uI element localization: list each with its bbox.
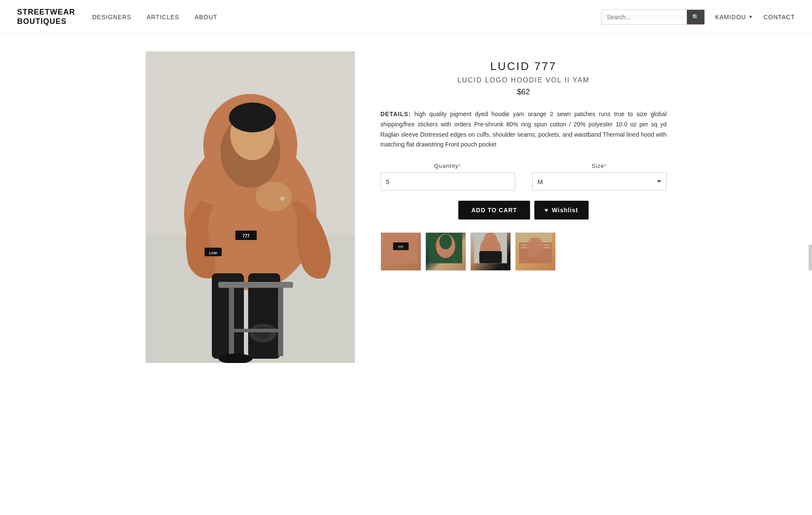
thumbnail-2[interactable] (425, 232, 466, 271)
quantity-input[interactable] (381, 173, 515, 190)
quantity-required: * (458, 163, 461, 169)
thumb-inner-1: 777 (381, 233, 421, 270)
kamidou-dropdown[interactable]: KAMIDOU ▼ (715, 14, 753, 20)
svg-point-6 (229, 102, 276, 132)
svg-point-7 (256, 181, 292, 211)
svg-rect-30 (479, 251, 502, 263)
quantity-label: Quantity* (381, 163, 515, 169)
svg-rect-17 (278, 288, 283, 356)
search-input[interactable] (601, 14, 687, 20)
details-text: high quality pigment dyed hoodie yam ora… (381, 111, 667, 148)
product-page: LCID 777 (129, 34, 684, 397)
thumb-inner-3 (471, 233, 510, 270)
site-logo[interactable]: STREETWEAR BOUTIQUES (17, 8, 75, 26)
product-actions: Add to Cart ♥ Wishlist (381, 201, 667, 219)
svg-rect-15 (218, 282, 293, 288)
svg-text:777: 777 (242, 234, 249, 238)
product-main-image: LCID 777 (146, 51, 355, 363)
size-select[interactable]: XS S M L XL XXL (532, 173, 667, 190)
thumb-svg-2 (429, 232, 462, 267)
nav-about[interactable]: ABOUT (195, 14, 217, 20)
size-label: Size* (532, 163, 667, 169)
svg-text:LCID: LCID (209, 251, 217, 255)
search-button[interactable]: 🔍 (687, 9, 704, 25)
quantity-group: Quantity* (381, 163, 515, 190)
thumbnail-3[interactable] (470, 232, 511, 271)
details-label: DETAILS: (381, 111, 411, 117)
thumb-inner-4 (516, 233, 555, 270)
product-details: DETAILS: high quality pigment dyed hoodi… (381, 109, 667, 150)
search-bar: 🔍 (601, 9, 705, 25)
thumb-svg-1: 777 (384, 232, 417, 267)
svg-rect-16 (229, 288, 234, 356)
contact-link[interactable]: CONTACT (763, 14, 795, 20)
product-options: Quantity* Size* XS S M L XL XXL (381, 163, 667, 190)
product-info: LUCID 777 LUCID LOGO HOODIE VOL II YAM $… (381, 51, 667, 363)
main-nav: DESIGNERS ARTICLES ABOUT (92, 14, 217, 20)
nav-articles[interactable]: ARTICLES (147, 14, 179, 20)
header-right: 🔍 KAMIDOU ▼ CONTACT (601, 9, 795, 25)
thumbnail-4[interactable] (515, 232, 556, 271)
product-thumbnails: 777 (381, 232, 667, 271)
thumb-inner-2 (426, 233, 466, 270)
thumb-svg-4 (519, 232, 552, 267)
svg-point-20 (280, 196, 284, 201)
svg-text:777: 777 (398, 245, 403, 249)
thumb-svg-3 (474, 232, 507, 267)
svg-point-29 (483, 233, 497, 249)
nav-designers[interactable]: DESIGNERS (92, 14, 131, 20)
product-image-container: LCID 777 (146, 51, 355, 363)
site-header: STREETWEAR BOUTIQUES DESIGNERS ARTICLES … (0, 0, 812, 34)
product-image-svg: LCID 777 (146, 51, 355, 363)
svg-rect-18 (231, 329, 283, 332)
kamidou-label: KAMIDOU (715, 14, 746, 20)
svg-point-26 (439, 234, 451, 250)
heart-icon: ♥ (545, 207, 548, 214)
svg-point-35 (526, 237, 544, 258)
wishlist-button[interactable]: ♥ Wishlist (534, 201, 589, 219)
chevron-down-icon: ▼ (748, 15, 753, 19)
size-group: Size* XS S M L XL XXL (532, 163, 667, 190)
thumbnail-1[interactable]: 777 (381, 232, 421, 271)
product-price: $62 (381, 88, 667, 97)
scroll-indicator[interactable] (809, 245, 812, 270)
size-required: * (604, 163, 607, 169)
product-name: LUCID LOGO HOODIE VOL II YAM (381, 76, 667, 84)
wishlist-label: Wishlist (552, 207, 578, 214)
add-to-cart-button[interactable]: Add to Cart (458, 201, 530, 219)
product-brand: LUCID 777 (381, 60, 667, 73)
